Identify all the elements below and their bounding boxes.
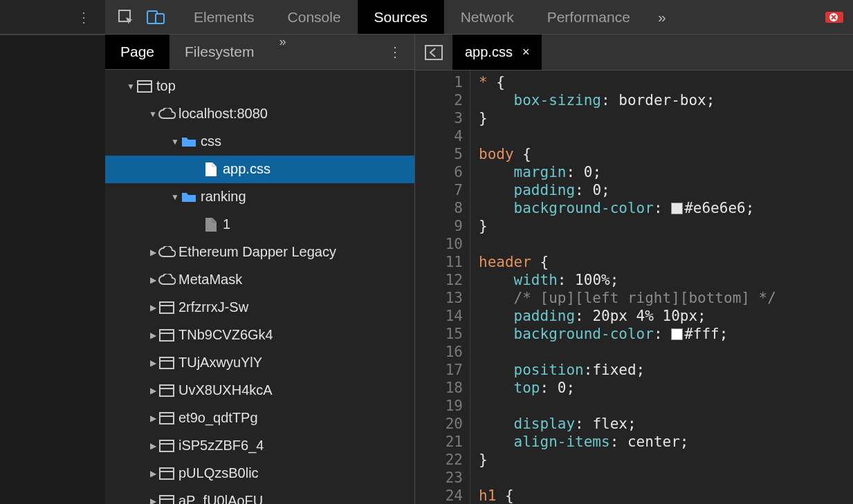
line-number: 12 [415, 271, 463, 289]
panel-tab-elements[interactable]: Elements [177, 0, 271, 34]
navigator-tabs: PageFilesystem » ⋮ [105, 35, 414, 70]
chevron-right-icon[interactable]: ▶ [148, 358, 158, 368]
code-line: background-color: #e6e6e6; [479, 199, 776, 217]
tree-item-label: aP_fU0lAoFU [176, 493, 263, 504]
kebab-menu-icon[interactable]: ⋮ [77, 9, 91, 26]
tree-item-label: app.css [220, 161, 270, 177]
chevron-right-icon[interactable]: ▶ [148, 275, 158, 285]
svg-rect-22 [425, 46, 442, 59]
tree-item[interactable]: ▶aP_fU0lAoFU [105, 487, 414, 504]
panel-tab-console[interactable]: Console [271, 0, 358, 34]
chevron-right-icon[interactable]: ▶ [148, 441, 158, 451]
editor-panel: app.css × 123456789101112131415161718192… [415, 35, 853, 504]
more-tabs-icon[interactable]: » [647, 0, 677, 34]
tree-item-label: UvX8UXH4kcA [176, 382, 273, 398]
tree-item[interactable]: ▼top [105, 73, 414, 100]
tree-item-label: TUjAxwyuYlY [176, 355, 262, 371]
line-numbers: 123456789101112131415161718192021222324 [415, 71, 470, 504]
panel-tab-sources[interactable]: Sources [358, 0, 444, 34]
code-line: } [479, 451, 776, 469]
main-area: PageFilesystem » ⋮ ▼top▼localhost:8080▼c… [0, 35, 853, 504]
tree-item[interactable]: ▼localhost:8080 [105, 100, 414, 128]
code-line: background-color: #fff; [479, 325, 776, 343]
line-number: 22 [415, 451, 463, 469]
close-tab-icon[interactable]: × [522, 45, 530, 59]
tree-item[interactable]: ▶app.css [105, 156, 414, 183]
tree-item[interactable]: ▶TUjAxwyuYlY [105, 349, 414, 377]
tree-item[interactable]: ▶2rfzrrxJ-Sw [105, 294, 414, 321]
window-icon [158, 301, 176, 314]
line-number: 20 [415, 415, 463, 433]
device-toolbar-icon[interactable] [147, 9, 165, 26]
tree-item[interactable]: ▶Ethereum Dapper Legacy [105, 239, 414, 266]
chevron-right-icon[interactable]: ▶ [148, 496, 158, 504]
chevron-down-icon[interactable]: ▼ [170, 192, 180, 202]
color-swatch[interactable] [671, 328, 683, 340]
code-line: * { [479, 73, 776, 91]
chevron-down-icon[interactable]: ▼ [126, 82, 136, 91]
code-line [479, 397, 776, 415]
code-line: display: flex; [479, 415, 776, 433]
code-line: body { [479, 145, 776, 163]
panel-tab-performance[interactable]: Performance [531, 0, 647, 34]
line-number: 21 [415, 433, 463, 451]
tree-item[interactable]: ▶MetaMask [105, 266, 414, 294]
line-number: 5 [415, 145, 463, 163]
tree-item[interactable]: ▼css [105, 128, 414, 156]
window-icon [158, 384, 176, 397]
chevron-down-icon[interactable]: ▼ [170, 137, 180, 147]
code-body[interactable]: * { box-sizing: border-box;} body { marg… [470, 71, 776, 504]
chevron-right-icon[interactable]: ▶ [148, 386, 158, 395]
navigator-tab-filesystem[interactable]: Filesystem [169, 35, 269, 69]
code-line: align-items: center; [479, 433, 776, 451]
tree-item[interactable]: ▶et9o_qdtTPg [105, 404, 414, 432]
line-number: 9 [415, 217, 463, 235]
tree-item-label: TNb9CVZ6Gk4 [176, 327, 273, 343]
folder-icon [180, 136, 198, 148]
file-tree[interactable]: ▼top▼localhost:8080▼css▶app.css▼ranking▶… [105, 70, 414, 504]
editor-tabbar: app.css × [415, 35, 853, 71]
tree-item[interactable]: ▶pULQzsB0lic [105, 460, 414, 487]
code-line: padding: 0; [479, 181, 776, 199]
chevron-right-icon[interactable]: ▶ [148, 248, 158, 257]
tree-item-label: css [198, 133, 221, 149]
panel-tab-network[interactable]: Network [444, 0, 531, 34]
error-badge[interactable] [825, 12, 843, 23]
color-swatch[interactable] [671, 203, 683, 214]
code-line: /* [up][left right][bottom] */ [479, 289, 776, 307]
window-icon [158, 495, 176, 504]
line-number: 8 [415, 199, 463, 217]
line-number: 3 [415, 109, 463, 127]
code-editor[interactable]: 123456789101112131415161718192021222324 … [415, 71, 853, 504]
code-line: top: 0; [479, 379, 776, 397]
navigator-menu-icon[interactable]: ⋮ [376, 35, 414, 69]
folder-icon [180, 191, 198, 203]
tree-item[interactable]: ▼ranking [105, 183, 414, 211]
show-navigator-icon[interactable] [415, 35, 452, 70]
chevron-right-icon[interactable]: ▶ [148, 413, 158, 423]
code-line: position:fixed; [479, 361, 776, 379]
chevron-down-icon[interactable]: ▼ [148, 109, 158, 119]
svg-rect-8 [160, 330, 174, 341]
navigator-more-icon[interactable]: » [269, 35, 295, 69]
tree-item[interactable]: ▶1 [105, 211, 414, 239]
tree-item-label: Ethereum Dapper Legacy [176, 244, 336, 260]
tree-item[interactable]: ▶UvX8UXH4kcA [105, 377, 414, 404]
host-page-gutter [0, 35, 105, 504]
svg-rect-4 [138, 81, 152, 92]
code-line: } [479, 109, 776, 127]
cloud-icon [158, 274, 176, 286]
code-line: header { [479, 253, 776, 271]
line-number: 6 [415, 163, 463, 181]
tree-item[interactable]: ▶iSP5zZBF6_4 [105, 432, 414, 460]
chevron-right-icon[interactable]: ▶ [148, 330, 158, 340]
chevron-right-icon[interactable]: ▶ [148, 469, 158, 478]
devtools-toolbar: ⋮ ElementsConsoleSourcesNetworkPerforman… [0, 0, 853, 35]
tree-item[interactable]: ▶TNb9CVZ6Gk4 [105, 321, 414, 349]
svg-rect-12 [160, 385, 174, 396]
navigator-tab-page[interactable]: Page [105, 35, 169, 69]
editor-tab-appcss[interactable]: app.css × [452, 35, 542, 70]
code-line [479, 343, 776, 361]
chevron-right-icon[interactable]: ▶ [148, 303, 158, 312]
inspect-element-icon[interactable] [118, 9, 134, 26]
